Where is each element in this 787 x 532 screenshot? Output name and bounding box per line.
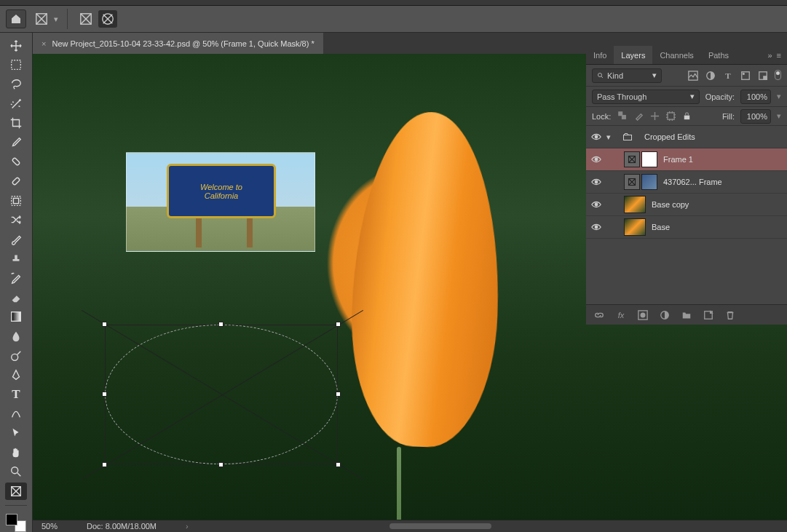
link-layers-icon[interactable] bbox=[593, 309, 605, 321]
layer-row[interactable]: Frame 1 bbox=[586, 148, 787, 171]
tab-channels[interactable]: Channels bbox=[652, 46, 700, 64]
chevron-down-icon[interactable]: ▾ bbox=[777, 92, 781, 101]
dropdown-caret-icon[interactable]: ▾ bbox=[54, 15, 58, 24]
transform-handle-tc[interactable] bbox=[218, 322, 224, 327]
transform-handle-mr[interactable] bbox=[336, 392, 341, 397]
filter-type-icon[interactable]: T bbox=[722, 70, 734, 82]
heal-tool-2[interactable] bbox=[5, 172, 27, 190]
fill-input[interactable]: 100% bbox=[740, 109, 771, 124]
new-layer-icon[interactable] bbox=[703, 309, 714, 321]
brush-tool[interactable] bbox=[5, 231, 27, 248]
crop-tool[interactable] bbox=[5, 114, 27, 132]
transform-handle-ml[interactable] bbox=[102, 392, 107, 397]
dodge-tool[interactable] bbox=[5, 347, 27, 365]
fx-icon[interactable]: fx bbox=[615, 309, 627, 321]
group-collapse-toggle[interactable]: ▾ bbox=[606, 132, 617, 142]
visibility-toggle[interactable] bbox=[586, 156, 606, 163]
layer-row[interactable]: Base copy bbox=[586, 194, 787, 216]
doc-info[interactable]: Doc: 8.00M/18.00M bbox=[87, 522, 157, 531]
heal-tool[interactable] bbox=[5, 154, 27, 171]
direct-select-tool[interactable] bbox=[5, 424, 27, 442]
layer-name[interactable]: Frame 1 bbox=[663, 155, 787, 164]
adjustment-icon[interactable] bbox=[659, 309, 671, 321]
svg-rect-7 bbox=[13, 198, 18, 203]
foreground-color-swatch[interactable] bbox=[6, 514, 17, 525]
frame-mode-ellipse[interactable] bbox=[98, 10, 117, 28]
zoom-tool[interactable] bbox=[5, 463, 27, 480]
zoom-level[interactable]: 50% bbox=[41, 522, 58, 531]
lock-label: Lock: bbox=[592, 112, 611, 121]
stamp-tool[interactable] bbox=[5, 250, 27, 268]
shuffle-tool[interactable] bbox=[5, 211, 27, 229]
transform-handle-tl[interactable] bbox=[102, 322, 107, 327]
blur-tool[interactable] bbox=[5, 327, 27, 345]
pen-tool[interactable] bbox=[5, 366, 27, 384]
lock-fill-row: Lock: Fill: 100% ▾ bbox=[586, 107, 787, 126]
layer-row[interactable]: 437062... Frame bbox=[586, 171, 787, 194]
color-swatches[interactable] bbox=[6, 514, 26, 532]
marquee-tool[interactable] bbox=[5, 57, 27, 74]
layer-name[interactable]: Base bbox=[652, 223, 787, 231]
eyedropper-tool[interactable] bbox=[5, 134, 27, 151]
layer-group-row[interactable]: ▾ 🗀 Cropped Edits bbox=[586, 126, 787, 148]
placed-smart-object[interactable]: Welcome to California bbox=[126, 152, 315, 252]
filter-smart-icon[interactable] bbox=[757, 70, 769, 82]
move-tool[interactable] bbox=[5, 37, 27, 55]
lock-pixels-icon[interactable] bbox=[633, 111, 644, 122]
group-icon[interactable] bbox=[681, 309, 692, 321]
frame-mode-rect[interactable] bbox=[76, 10, 95, 28]
hand-tool[interactable] bbox=[5, 444, 27, 461]
transform-handle-bc[interactable] bbox=[218, 462, 224, 467]
collapse-icon[interactable]: » bbox=[767, 51, 772, 60]
transform-bounding-box[interactable] bbox=[105, 325, 338, 464]
eraser-tool[interactable] bbox=[5, 289, 27, 306]
layer-thumb bbox=[624, 196, 646, 213]
gradient-tool[interactable] bbox=[5, 309, 27, 326]
layer-name[interactable]: 437062... Frame bbox=[663, 178, 787, 186]
transform-handle-bl[interactable] bbox=[102, 462, 107, 467]
region-tool[interactable] bbox=[5, 192, 27, 210]
home-button[interactable] bbox=[6, 9, 26, 28]
frame-ellipse-icon bbox=[101, 12, 114, 25]
close-tab-icon[interactable]: × bbox=[41, 39, 46, 48]
mask-icon[interactable] bbox=[637, 309, 649, 321]
visibility-toggle[interactable] bbox=[586, 201, 606, 208]
window-titlebar bbox=[0, 0, 787, 6]
transform-handle-tr[interactable] bbox=[336, 322, 341, 327]
chevron-down-icon[interactable]: ▾ bbox=[777, 111, 781, 121]
chevron-right-icon[interactable]: › bbox=[186, 522, 189, 531]
filter-kind-dropdown[interactable]: Kind ▾ bbox=[592, 68, 662, 83]
filter-adjust-icon[interactable] bbox=[705, 70, 716, 82]
filter-toggle-icon[interactable] bbox=[775, 70, 781, 80]
lock-position-icon[interactable] bbox=[649, 111, 660, 122]
lock-all-icon[interactable] bbox=[681, 111, 692, 122]
lasso-tool[interactable] bbox=[5, 76, 27, 93]
lock-artboard-icon[interactable] bbox=[665, 111, 676, 122]
panel-menu-icon[interactable]: ≡ bbox=[777, 51, 781, 60]
trash-icon[interactable] bbox=[724, 309, 736, 321]
layer-name[interactable]: Cropped Edits bbox=[644, 132, 787, 141]
frame-tool[interactable] bbox=[5, 483, 27, 500]
history-brush-tool[interactable] bbox=[5, 269, 27, 287]
blend-mode-dropdown[interactable]: Pass Through ▾ bbox=[592, 90, 700, 104]
lock-transparency-icon[interactable] bbox=[617, 111, 628, 122]
visibility-toggle[interactable] bbox=[586, 223, 606, 231]
tab-layers[interactable]: Layers bbox=[614, 46, 652, 64]
quick-select-tool[interactable] bbox=[5, 95, 27, 113]
chevron-down-icon: ▾ bbox=[652, 71, 657, 80]
transform-handle-br[interactable] bbox=[336, 462, 341, 467]
horizontal-scrollbar[interactable] bbox=[389, 523, 491, 529]
type-tool[interactable]: T bbox=[5, 386, 27, 403]
frame-rect-option[interactable] bbox=[32, 10, 51, 28]
filter-shape-icon[interactable] bbox=[740, 70, 751, 82]
visibility-toggle[interactable] bbox=[586, 178, 606, 186]
filter-pixel-icon[interactable] bbox=[687, 70, 699, 82]
tab-paths[interactable]: Paths bbox=[701, 46, 736, 64]
layer-row[interactable]: Base bbox=[586, 216, 787, 239]
tab-info[interactable]: Info bbox=[586, 46, 614, 64]
opacity-input[interactable]: 100% bbox=[740, 90, 771, 104]
path-tool[interactable] bbox=[5, 405, 27, 423]
visibility-toggle[interactable] bbox=[586, 133, 606, 140]
layer-name[interactable]: Base copy bbox=[652, 200, 787, 209]
document-tab[interactable]: × New Project_2015-10-04 23-33-42.psd @ … bbox=[33, 33, 323, 54]
